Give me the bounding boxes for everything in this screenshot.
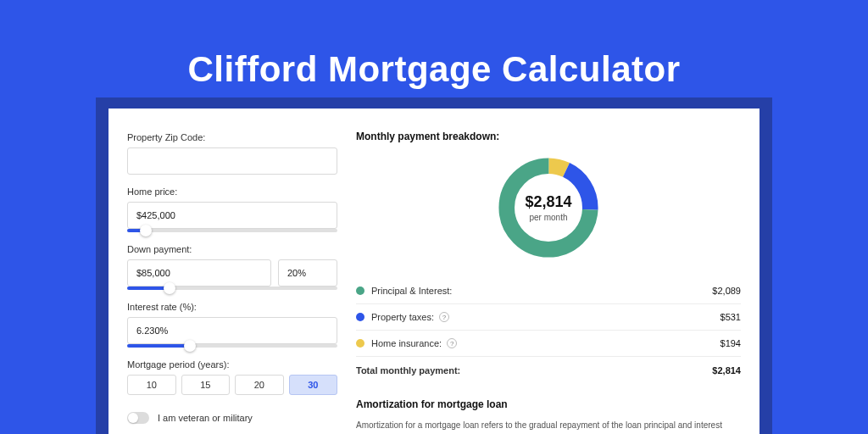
- calculator-card: Property Zip Code: Home price: Down paym…: [108, 108, 760, 434]
- slider-thumb[interactable]: [164, 282, 175, 294]
- form-panel: Property Zip Code: Home price: Down paym…: [127, 131, 337, 434]
- legend-dot-yellow: [356, 339, 364, 348]
- home-price-slider[interactable]: [127, 229, 337, 232]
- slider-thumb[interactable]: [140, 225, 152, 236]
- toggle-knob: [128, 413, 138, 423]
- donut-subtitle: per month: [529, 213, 567, 222]
- breakdown-row-principal: Principal & Interest: $2,089: [356, 278, 741, 304]
- home-price-input[interactable]: [127, 202, 337, 229]
- help-icon[interactable]: ?: [447, 338, 457, 348]
- home-price-label: Home price:: [127, 186, 337, 197]
- legend-dot-green: [356, 287, 364, 295]
- breakdown-value: $531: [721, 312, 741, 322]
- zip-label: Property Zip Code:: [127, 132, 337, 142]
- slider-thumb[interactable]: [184, 340, 196, 352]
- page-title: Clifford Mortgage Calculator: [0, 0, 868, 90]
- help-icon[interactable]: ?: [439, 312, 449, 322]
- breakdown-row-insurance: Home insurance: ? $194: [356, 331, 741, 357]
- total-value: $2,814: [712, 365, 741, 376]
- period-option-30[interactable]: 30: [289, 375, 338, 395]
- donut-amount: $2,814: [525, 193, 571, 211]
- legend-dot-blue: [356, 313, 364, 321]
- down-payment-input[interactable]: [127, 259, 271, 287]
- breakdown-panel: Monthly payment breakdown:: [337, 131, 741, 434]
- breakdown-value: $2,089: [712, 286, 741, 296]
- mortgage-period-label: Mortgage period (years):: [127, 359, 337, 370]
- interest-rate-label: Interest rate (%):: [127, 302, 337, 312]
- interest-rate-input[interactable]: [127, 317, 337, 344]
- breakdown-label: Home insurance:: [371, 338, 442, 348]
- breakdown-label: Property taxes:: [371, 312, 434, 322]
- veteran-toggle[interactable]: [127, 412, 149, 424]
- period-option-15[interactable]: 15: [181, 375, 231, 395]
- down-payment-slider[interactable]: [127, 287, 337, 290]
- breakdown-row-total: Total monthly payment: $2,814: [356, 357, 741, 383]
- total-label: Total monthly payment:: [356, 365, 460, 376]
- period-option-20[interactable]: 20: [235, 375, 284, 395]
- down-payment-label: Down payment:: [127, 244, 337, 254]
- payment-donut-chart: $2,814 per month: [493, 153, 604, 263]
- amortization-text: Amortization for a mortgage loan refers …: [356, 419, 741, 434]
- breakdown-heading: Monthly payment breakdown:: [356, 131, 741, 142]
- period-option-10[interactable]: 10: [127, 375, 176, 395]
- zip-input[interactable]: [127, 147, 337, 175]
- breakdown-label: Principal & Interest:: [371, 286, 452, 296]
- mortgage-period-group: 10 15 20 30: [127, 375, 337, 395]
- amortization-heading: Amortization for mortgage loan: [356, 398, 741, 410]
- breakdown-row-taxes: Property taxes: ? $531: [356, 304, 741, 331]
- interest-rate-slider[interactable]: [127, 344, 337, 348]
- down-payment-percent-input[interactable]: [278, 259, 337, 287]
- veteran-label: I am veteran or military: [158, 413, 253, 423]
- breakdown-value: $194: [721, 338, 741, 348]
